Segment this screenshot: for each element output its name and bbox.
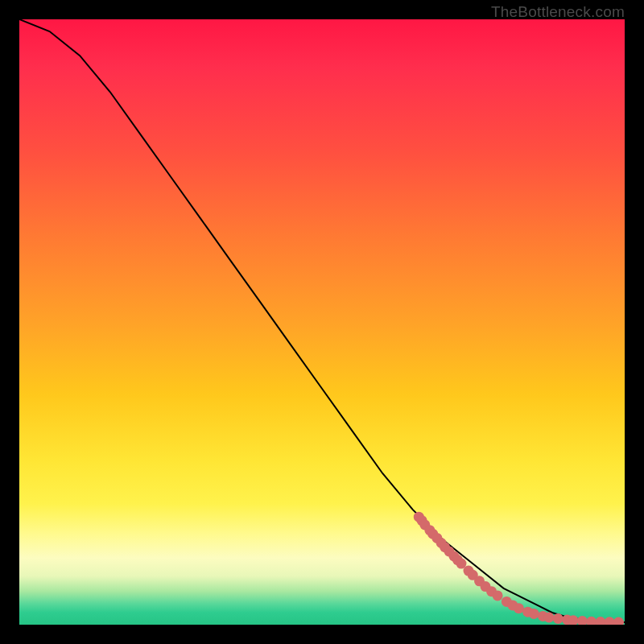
scatter-dot	[586, 617, 597, 625]
scatter-dot	[493, 590, 503, 601]
scatter-dot	[595, 617, 605, 625]
chart-svg	[19, 19, 625, 625]
scatter-dot	[553, 613, 564, 624]
scatter-dots	[414, 512, 624, 625]
scatter-dot	[605, 617, 615, 625]
bottleneck-curve	[19, 19, 625, 622]
scatter-dot	[577, 616, 588, 625]
scatter-dot	[529, 609, 539, 619]
watermark-label: TheBottleneck.com	[491, 3, 625, 21]
scatter-dot	[613, 617, 624, 625]
plot-area	[19, 19, 625, 625]
chart-stage: TheBottleneck.com	[0, 0, 644, 644]
scatter-dot	[544, 612, 555, 622]
scatter-dot	[514, 603, 524, 613]
